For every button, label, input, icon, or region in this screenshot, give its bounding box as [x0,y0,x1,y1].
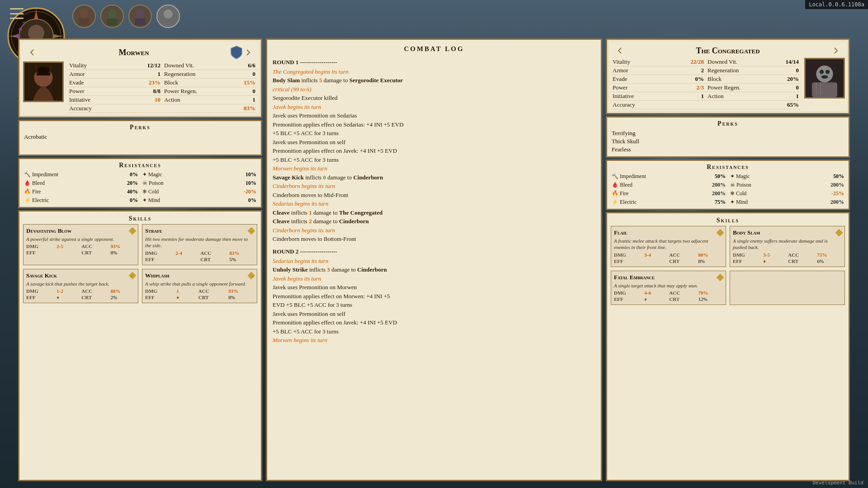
skill-diamond-icon [248,227,255,235]
log-entry: +5 BLC +5 ACC for 3 turns [273,155,595,164]
svg-point-12 [23,21,25,24]
log-entry: Javek begins its turn [273,274,595,283]
left-arrow-right[interactable] [243,47,254,58]
dmg-label: DMG [145,288,173,294]
acc-value: 88% [111,288,135,294]
log-entry: Javek uses Premonition on self [273,138,595,147]
skill-card[interactable]: Flail A frantic melee attack that target… [611,226,726,267]
log-entry: Sergorodite Executor killed [273,94,595,103]
eff-value [175,257,197,262]
dmg-value: 2-5 [57,244,78,249]
eff-value: ♦ [763,258,784,264]
log-entry: Body Slam inflicts 5 damage to Sergorodi… [273,76,595,85]
right-arrow-right[interactable] [830,45,841,56]
menu-line-2 [10,13,24,14]
dmg-value: 3-4 [644,252,665,258]
svg-rect-23 [135,19,146,25]
skill-card[interactable]: Strafe Hit two enemies for moderate dama… [142,224,257,265]
acc-value: 93% [228,288,254,294]
skill-name: Fatal Embrance [614,274,723,281]
dmg-value: 1 [177,288,195,294]
svg-rect-33 [812,82,837,97]
portrait-3[interactable] [128,5,152,28]
combat-log[interactable]: Combat Log ROUND 1 -------------------Th… [266,38,602,481]
svg-point-18 [80,9,89,19]
eff-label: EFF [614,258,641,264]
log-entry: Cinderborn moves to Mid-Front [273,191,595,200]
eff-label: EFF [145,295,173,300]
skill-name: Devastating Blow [26,227,135,235]
crt-label: CRT [81,295,107,300]
acc-label: ACC [669,252,694,258]
party-portraits [72,5,180,28]
log-entry: EVD +5 BLC +5 ACC for 3 turns [273,300,595,310]
menu-line-3 [10,18,24,19]
eff-label: EFF [733,258,760,264]
crt-value: 2% [111,295,135,300]
menu-button[interactable] [10,8,24,19]
crt-value: 8% [228,295,254,300]
dmg-label: DMG [26,244,53,249]
skill-card[interactable]: Whiplash A whip strike that pulls a sing… [142,269,257,303]
dmg-value: 3-5 [763,252,784,258]
portrait-4[interactable] [156,5,180,28]
acc-value: 83% [230,250,254,256]
skill-card[interactable]: Body Slam A single enemy suffers moderat… [730,226,845,267]
skill-card[interactable]: Devastating Blow A powerful strike again… [23,224,138,265]
left-character-panel: Morwen [18,38,262,481]
skill-card[interactable]: Fatal Embrance A single target attack th… [611,271,726,305]
svg-point-30 [820,70,824,74]
crt-value: 12% [698,296,723,302]
eff-value: ♦ [644,296,665,302]
skill-desc: A frantic melee attack that targets two … [614,238,723,251]
skill-name: Flail [614,229,723,236]
acc-value: 93% [111,244,135,249]
log-entry: Cleave inflicts 2 damage to Cinderborn [273,217,595,226]
crt-label: CRT [200,257,226,262]
log-entry: Javek begins its turn [273,103,595,112]
svg-point-20 [108,9,117,19]
dmg-value: 4-6 [644,290,665,296]
eff-label: EFF [26,295,53,300]
skill-card-empty [730,271,845,305]
log-entry: Unholy Strike inflicts 3 damage to Cinde… [273,265,595,274]
skill-diamond-icon [129,272,137,279]
left-char-info: Morwen [18,38,262,118]
portrait-2[interactable] [100,5,124,28]
acc-label: ACC [788,252,813,258]
crt-label: CRT [788,258,813,264]
left-arrow-left[interactable] [27,47,38,58]
skill-card[interactable]: Savage Kick A savage kick that pushes th… [23,269,138,303]
acc-label: ACC [81,244,107,249]
perk-thick-skull: Thick Skull [610,137,846,145]
portrait-1[interactable] [72,5,96,28]
right-arrow-left[interactable] [614,45,625,56]
skill-diamond-icon [835,229,843,237]
log-entry: Savage Kick inflicts 0 damage to Cinderb… [273,173,595,182]
eff-value [57,250,78,255]
acc-label: ACC [198,288,225,294]
crt-value: 5% [230,257,254,262]
right-perks: Perks Terrifying Thick Skull Fearless [606,116,850,158]
svg-rect-21 [107,19,118,25]
log-entry: +5 BLC +5 ACC for 3 turns [273,129,595,138]
combat-log-title: Combat Log [273,43,595,54]
left-skills: Skills Devastating Blow A powerful strik… [18,210,262,481]
acc-label: ACC [200,250,226,256]
skill-desc: A powerful strike against a single oppon… [26,236,135,242]
log-entry: Morwen begins its turn [273,336,595,345]
svg-rect-25 [163,19,174,25]
skill-diamond-icon [717,273,724,281]
dmg-label: DMG [26,288,53,294]
dmg-label: DMG [614,252,641,258]
menu-line-1 [10,8,24,9]
skill-name: Whiplash [145,272,254,279]
crt-label: CRT [669,296,694,302]
left-shield-icon [230,45,243,60]
svg-point-10 [19,28,22,31]
svg-point-31 [826,70,830,74]
right-char-info: The Congregated Vitality22/28 Downed Vit… [606,38,850,114]
log-entry: Premonition applies effect on Morwen: +4… [273,292,595,301]
eff-label: EFF [145,257,172,262]
right-char-name: The Congregated [625,46,830,56]
